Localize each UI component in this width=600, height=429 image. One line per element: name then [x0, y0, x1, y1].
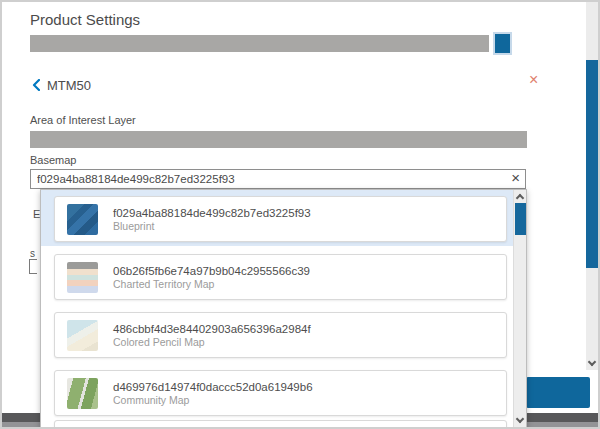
basemap-dropdown: f029a4ba88184de499c82b7ed3225f93 Bluepri… [40, 189, 527, 429]
obscured-field-label-2: s [30, 248, 35, 259]
item-name: Community Map [113, 394, 313, 407]
item-name: Blueprint [113, 220, 311, 233]
page-scrollbar-thumb[interactable] [586, 60, 599, 268]
item-id: 06b26f5fb6e74a97b9b04c2955566c39 [113, 264, 310, 278]
primary-action-button[interactable] [526, 377, 590, 408]
back-link[interactable]: MTM50 [32, 76, 91, 94]
header-action-button[interactable] [495, 34, 510, 53]
basemap-combobox: × [30, 169, 526, 189]
community-map-thumbnail [67, 378, 98, 409]
item-id: f029a4ba88184de499c82b7ed3225f93 [113, 206, 311, 220]
dropdown-item-charted-territory[interactable]: 06b26f5fb6e74a97b9b04c2955566c39 Charted… [54, 254, 507, 300]
dropdown-item-blueprint[interactable]: f029a4ba88184de499c82b7ed3225f93 Bluepri… [54, 196, 507, 242]
colored-pencil-map-thumbnail [67, 320, 98, 351]
dropdown-item-partial[interactable] [54, 420, 507, 429]
dropdown-item-community[interactable]: d469976d14974f0daccc52d0a61949b6 Communi… [54, 370, 507, 416]
charted-territory-map-thumbnail [67, 262, 98, 293]
clear-input-icon[interactable]: × [511, 171, 525, 187]
dropdown-scrollbar[interactable] [513, 190, 526, 429]
page-scrollbar[interactable] [586, 2, 599, 370]
item-id: 486cbbf4d3e84402903a656396a2984f [113, 322, 311, 336]
scroll-down-icon[interactable] [516, 415, 524, 423]
basemap-label: Basemap [30, 154, 76, 166]
browser-viewport: Product Settings MTM50 × Area of Interes… [0, 0, 600, 429]
scroll-up-icon[interactable] [516, 194, 524, 202]
item-name: Colored Pencil Map [113, 336, 311, 349]
obscured-checkbox[interactable] [29, 259, 37, 274]
page-title: Product Settings [30, 11, 140, 28]
chevron-left-icon [32, 77, 40, 95]
back-link-label: MTM50 [47, 78, 91, 93]
area-of-interest-label: Area of Interest Layer [30, 114, 136, 126]
close-icon[interactable]: × [529, 72, 538, 88]
dropdown-item-colored-pencil[interactable]: 486cbbf4d3e84402903a656396a2984f Colored… [54, 312, 507, 358]
area-of-interest-input[interactable] [30, 131, 527, 148]
blueprint-map-thumbnail [67, 204, 98, 235]
item-id: d469976d14974f0daccc52d0a61949b6 [113, 380, 313, 394]
dropdown-scrollbar-thumb[interactable] [515, 203, 526, 235]
basemap-input[interactable] [31, 171, 511, 187]
item-name: Charted Territory Map [113, 278, 310, 291]
scroll-down-icon[interactable] [588, 358, 596, 366]
redacted-header-bar [30, 35, 489, 52]
